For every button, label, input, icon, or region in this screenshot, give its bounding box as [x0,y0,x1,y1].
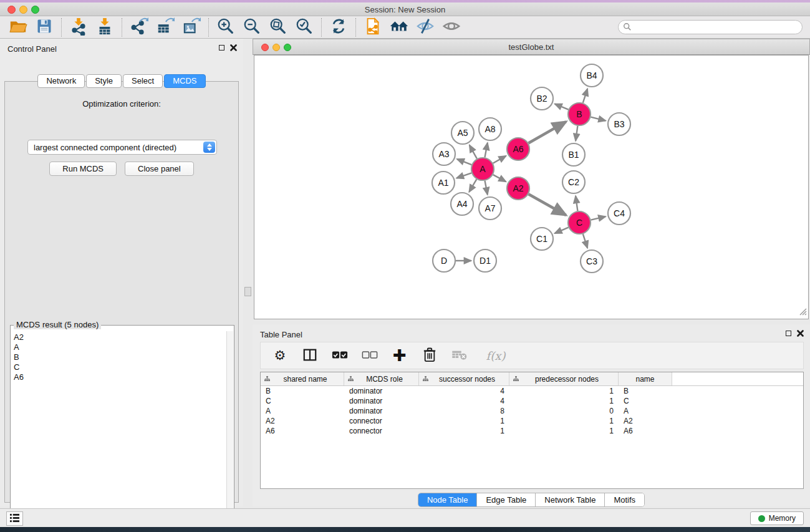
table-cell[interactable]: 1 [509,426,619,436]
open-session-button[interactable] [5,17,31,38]
result-item[interactable]: A2 [14,332,226,342]
panel-splitter-handle[interactable] [244,287,251,296]
zoom-selected-button[interactable] [291,17,317,38]
resize-grip-icon[interactable] [799,307,807,317]
table-cell[interactable]: 1 [509,396,619,406]
table-cell[interactable]: 1 [419,426,509,436]
export-table-button[interactable] [152,17,178,38]
graph-edge-A-A1[interactable] [456,173,471,178]
delete-table-button[interactable] [451,346,468,365]
table-cell[interactable]: A6 [261,426,344,436]
import-network-button[interactable] [65,17,92,38]
table-cell[interactable]: A2 [619,416,672,426]
table-row[interactable]: A2connector11A2 [261,416,803,426]
show-graphics-button[interactable] [438,17,465,38]
column-header-name[interactable]: name [619,372,672,385]
table-row[interactable]: A6connector11A6 [261,426,803,436]
select-all-columns-button[interactable] [332,346,348,365]
table-cell[interactable]: 1 [419,416,509,426]
zoom-in-button[interactable] [213,17,239,38]
graph-edge-C-C3[interactable] [583,234,587,248]
table-cell[interactable]: A [261,406,344,416]
close-panel-icon[interactable] [230,44,237,51]
zoom-fit-button[interactable] [265,17,291,38]
network-canvas[interactable]: B4B2BB3A8A5A6A3B1AA1C2A2A4A7C4CC1DD1C3 [254,55,809,319]
graph-edge-B-B3[interactable] [591,117,605,121]
export-image-button[interactable] [178,17,205,38]
add-column-button[interactable]: ✚ [392,346,408,365]
float-panel-icon[interactable] [219,45,224,51]
table-cell[interactable]: dominator [344,396,419,406]
graph-edge-A-A3[interactable] [457,159,471,165]
result-item[interactable]: A [14,342,226,352]
export-network-button[interactable] [126,17,152,38]
close-panel-button[interactable]: Close panel [125,162,194,176]
float-table-panel-icon[interactable] [786,331,791,336]
graph-edge-A-A4[interactable] [469,179,476,191]
result-item[interactable]: A6 [14,372,226,382]
table-cell[interactable]: A2 [261,416,344,426]
graph-edge-A6-B[interactable] [528,122,566,143]
table-cell[interactable]: 1 [509,386,619,396]
import-table-button[interactable] [92,17,118,38]
graph-edge-C-C2[interactable] [576,196,577,211]
save-session-button[interactable] [31,17,57,38]
show-columns-button[interactable] [302,346,318,365]
go-home-button[interactable] [386,17,412,38]
task-history-button[interactable] [6,511,23,526]
graph-edge-A-A5[interactable] [470,145,477,159]
table-cell[interactable]: A6 [619,426,672,436]
tab-node-table[interactable]: Node Table [418,493,478,506]
zoom-out-button[interactable] [239,17,265,38]
table-cell[interactable]: B [619,386,672,396]
tab-style[interactable]: Style [86,74,122,88]
graph-edge-A2-C[interactable] [529,194,566,215]
run-mcds-button[interactable]: Run MCDS [49,162,117,176]
table-cell[interactable]: 4 [419,396,509,406]
graph-edge-A-A7[interactable] [485,181,488,195]
table-settings-button[interactable]: ⚙ [272,346,288,365]
table-row[interactable]: Adominator80A [261,406,803,416]
graph-edge-A-A2[interactable] [493,175,506,181]
column-header-MCDS-role[interactable]: MCDS role [344,372,419,385]
table-cell[interactable]: 0 [509,406,619,416]
tab-network-table[interactable]: Network Table [536,493,605,506]
tab-network[interactable]: Network [37,74,85,88]
memory-button[interactable]: Memory [750,511,804,525]
table-cell[interactable]: 1 [509,416,619,426]
delete-columns-button[interactable] [422,346,438,365]
hide-edges-button[interactable] [412,17,438,38]
column-header-predecessor-nodes[interactable]: predecessor nodes [509,372,619,385]
optimization-criterion-select[interactable]: largest connected component (directed) [27,140,217,155]
tab-motifs[interactable]: Motifs [605,493,644,506]
result-item[interactable]: C [14,362,226,372]
graph-edge-A-A8[interactable] [485,143,488,157]
table-row[interactable]: Cdominator41C [261,396,803,406]
tab-edge-table[interactable]: Edge Table [477,493,536,506]
table-cell[interactable]: dominator [344,386,419,396]
graph-edge-B-B1[interactable] [576,126,577,141]
table-cell[interactable]: 8 [419,406,509,416]
table-cell[interactable]: 4 [419,386,509,396]
graph-edge-B-B2[interactable] [555,104,569,110]
tab-select[interactable]: Select [123,74,163,88]
graph-edge-B-B4[interactable] [583,89,587,103]
table-cell[interactable]: dominator [344,406,419,416]
graph-edge-C-C4[interactable] [591,216,605,220]
table-cell[interactable]: connector [344,416,419,426]
search-input[interactable] [618,20,803,34]
table-cell[interactable]: B [261,386,344,396]
new-network-from-file-button[interactable] [360,17,386,38]
graph-edge-C-C1[interactable] [555,228,569,234]
column-header-successor-nodes[interactable]: successor nodes [419,372,509,385]
table-cell[interactable]: C [261,396,344,406]
result-item[interactable]: B [14,352,226,362]
table-cell[interactable]: A [619,406,672,416]
table-row[interactable]: Bdominator41B [261,386,803,396]
refresh-button[interactable] [325,17,352,38]
table-cell[interactable]: connector [344,426,419,436]
result-scrollbar[interactable] [226,331,233,532]
unselect-all-columns-button[interactable] [362,346,378,365]
close-table-panel-icon[interactable] [797,330,804,337]
function-builder-button[interactable]: f(x) [481,346,510,365]
